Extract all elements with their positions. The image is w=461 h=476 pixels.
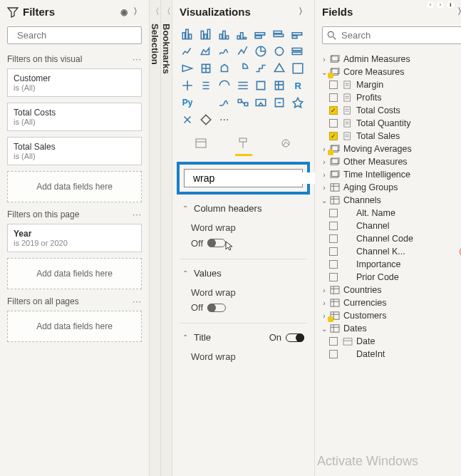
tree-group[interactable]: ›Admin Measures xyxy=(319,53,461,66)
tree-group[interactable]: ⌄Channels xyxy=(319,194,461,207)
viz-type-icon[interactable] xyxy=(290,61,306,76)
viz-type-icon[interactable] xyxy=(198,61,214,76)
viz-type-icon[interactable] xyxy=(198,95,214,110)
format-search-input[interactable] xyxy=(193,172,318,184)
tree-field[interactable]: Margin xyxy=(319,78,461,91)
tree-group[interactable]: ›Other Measures xyxy=(319,155,461,168)
tree-field[interactable]: Channel K...🚫 xyxy=(319,245,461,258)
checkbox[interactable] xyxy=(329,106,338,115)
checkbox[interactable] xyxy=(329,132,338,140)
viz-type-icon[interactable] xyxy=(235,43,251,59)
eye-icon[interactable]: ◉ xyxy=(120,7,128,17)
filter-card[interactable]: Year is 2019 or 2020 xyxy=(7,224,142,252)
tree-field[interactable]: DateInt xyxy=(319,348,461,361)
tree-group[interactable]: ›Currencies xyxy=(319,296,461,309)
tree-group[interactable]: ›Countries xyxy=(319,284,461,296)
checkbox[interactable] xyxy=(329,260,338,269)
chevron-left-icon[interactable]: 〈 xyxy=(162,6,171,18)
tree-field[interactable]: Date xyxy=(319,335,461,348)
dot[interactable]: ℹ xyxy=(447,1,454,9)
toggle-word-wrap[interactable]: Off xyxy=(191,302,226,313)
viz-type-icon[interactable] xyxy=(253,95,269,110)
expand-icon[interactable]: › xyxy=(319,299,329,307)
viz-type-icon[interactable] xyxy=(271,61,287,76)
viz-type-icon[interactable] xyxy=(235,26,251,42)
expand-icon[interactable]: ⌄ xyxy=(319,197,329,205)
format-group-title[interactable]: ⌃ Title On xyxy=(172,326,314,348)
checkbox[interactable] xyxy=(329,234,338,243)
viz-type-icon[interactable] xyxy=(235,78,251,93)
checkbox[interactable] xyxy=(329,337,338,346)
viz-type-icon[interactable] xyxy=(290,26,306,42)
collapse-icon[interactable]: 〉 xyxy=(133,6,142,18)
checkbox[interactable] xyxy=(329,119,338,128)
bookmarks-panel-collapsed[interactable]: 〈 Bookmarks xyxy=(161,0,172,476)
viz-type-icon[interactable] xyxy=(198,78,214,93)
viz-type-icon[interactable] xyxy=(180,26,195,42)
tree-group[interactable]: ›Aging Groups xyxy=(319,181,461,194)
tree-group[interactable]: ›Moving Averages xyxy=(319,143,461,155)
filters-search-input[interactable] xyxy=(17,30,137,41)
viz-type-icon[interactable] xyxy=(271,26,287,42)
collapse-icon[interactable]: 〉 xyxy=(299,6,307,18)
viz-type-icon[interactable] xyxy=(217,95,232,110)
filter-card[interactable]: Total Sales is (All) xyxy=(7,137,142,165)
viz-type-icon[interactable] xyxy=(217,61,232,76)
viz-type-icon[interactable] xyxy=(180,112,195,128)
viz-type-icon[interactable] xyxy=(217,78,232,93)
dot[interactable]: › xyxy=(437,1,444,9)
viz-type-icon[interactable] xyxy=(271,78,287,93)
get-more-visuals-icon[interactable] xyxy=(198,112,214,128)
expand-icon[interactable]: › xyxy=(319,171,329,179)
tree-field[interactable]: Channel xyxy=(319,219,461,232)
tree-group[interactable]: ›Time Intelligence xyxy=(319,168,461,181)
checkbox[interactable] xyxy=(329,93,338,102)
viz-type-icon[interactable] xyxy=(180,61,195,76)
format-group-column-headers[interactable]: ⌃ Column headers xyxy=(172,197,314,219)
tab-analytics[interactable] xyxy=(277,135,294,152)
tree-field[interactable]: Prior Code xyxy=(319,271,461,284)
filter-card[interactable]: Customer is (All) xyxy=(7,68,142,97)
tree-field[interactable]: Alt. Name xyxy=(319,207,461,219)
tree-group[interactable]: ⌄Core Measures xyxy=(319,66,461,78)
tree-field[interactable]: Total Quantity xyxy=(319,117,461,130)
chevron-left-icon[interactable]: 〈 xyxy=(151,6,160,18)
viz-type-icon[interactable] xyxy=(253,61,269,76)
checkbox[interactable] xyxy=(329,209,338,217)
viz-type-icon[interactable] xyxy=(253,78,269,93)
expand-icon[interactable]: ⌄ xyxy=(319,325,329,333)
filter-card[interactable]: Total Costs is (All) xyxy=(7,103,142,131)
viz-type-icon[interactable]: R xyxy=(290,78,306,93)
checkbox[interactable] xyxy=(329,273,338,281)
toggle-title[interactable]: On xyxy=(269,332,304,343)
viz-type-icon[interactable] xyxy=(271,95,287,110)
viz-type-icon[interactable] xyxy=(198,26,214,42)
more-icon[interactable]: ··· xyxy=(133,209,142,219)
viz-type-icon[interactable] xyxy=(290,43,306,59)
tree-group[interactable]: ›Customers xyxy=(319,309,461,322)
viz-type-icon[interactable] xyxy=(217,43,232,59)
tree-field[interactable]: Importance xyxy=(319,258,461,271)
selection-panel-collapsed[interactable]: 〈 Selection xyxy=(150,0,161,476)
viz-type-icon[interactable] xyxy=(253,43,269,59)
viz-type-icon[interactable] xyxy=(271,43,287,59)
viz-type-icon[interactable] xyxy=(235,61,251,76)
more-icon[interactable]: ··· xyxy=(217,112,232,128)
viz-type-icon[interactable] xyxy=(198,43,214,59)
dot[interactable]: ‹ xyxy=(427,1,434,9)
collapse-icon[interactable]: 〉 xyxy=(457,6,461,18)
checkbox[interactable] xyxy=(329,350,338,358)
tab-fields[interactable] xyxy=(192,135,209,152)
tree-field[interactable]: Total Costs xyxy=(319,104,461,117)
expand-icon[interactable]: › xyxy=(319,56,329,63)
add-fields-drop[interactable]: Add data fields here xyxy=(7,171,142,202)
format-search[interactable] xyxy=(184,169,303,187)
checkbox[interactable] xyxy=(329,81,338,89)
tree-field[interactable]: Channel Code xyxy=(319,232,461,245)
viz-type-icon[interactable] xyxy=(180,78,195,93)
checkbox[interactable] xyxy=(329,247,338,256)
format-group-values[interactable]: ⌃ Values xyxy=(172,262,314,284)
viz-type-icon[interactable]: Py xyxy=(180,95,195,110)
tree-field[interactable]: Total Sales xyxy=(319,130,461,143)
viz-type-icon[interactable] xyxy=(253,26,269,42)
